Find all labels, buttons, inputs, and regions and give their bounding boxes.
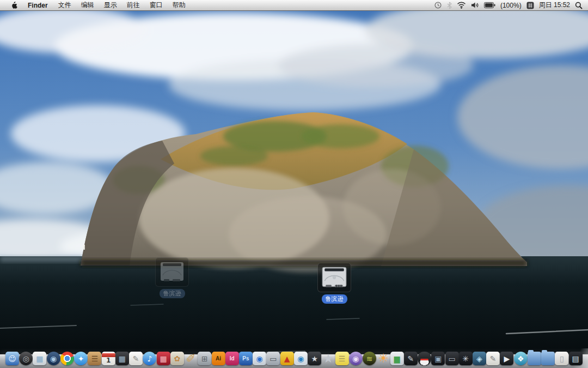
bluetooth-icon[interactable] bbox=[447, 2, 452, 9]
display-photo-app-dock-icon[interactable]: ▭ bbox=[266, 352, 280, 365]
menubar-menu-3[interactable]: 前往 bbox=[122, 1, 145, 10]
gray-utility-app-dock-icon[interactable]: ⊞ bbox=[198, 352, 211, 365]
contacts-app-dock-icon[interactable]: ☰ bbox=[88, 352, 101, 365]
hard-drive-icon bbox=[160, 261, 185, 283]
applications-folder-dock-icon[interactable] bbox=[528, 352, 541, 365]
dark-pen-app-dock-icon[interactable]: ✎ bbox=[404, 352, 418, 365]
striped-sphere-app-dock-icon[interactable]: ≋ bbox=[363, 352, 376, 365]
asterisk-app-dock-icon[interactable]: ✳ bbox=[459, 352, 473, 365]
active-app-name[interactable]: Finder bbox=[22, 2, 53, 9]
camera-lens-app-dock-icon[interactable]: ◎ bbox=[19, 352, 33, 365]
apple-icon bbox=[10, 2, 17, 9]
calendar-app-dock-icon[interactable]: 1 bbox=[102, 352, 115, 365]
yellow-red-app-dock-icon[interactable]: ▲ bbox=[280, 352, 294, 365]
imovie-app-dock-icon[interactable]: ★ bbox=[308, 352, 321, 365]
dock-items: ☺◎▦◉✦☰1▦✎♪▦✿✐⊞AiIdPs◉▭▲◉★★☰◉≋☀▆✎▣▭✳◈✎▶❖▯… bbox=[5, 352, 583, 365]
apple-menu[interactable] bbox=[5, 2, 22, 9]
dark-display-app-dock-icon[interactable]: ▭ bbox=[445, 352, 459, 365]
finder-dock-icon[interactable]: ☺ bbox=[5, 352, 19, 365]
stickies-app-dock-icon[interactable]: ☰ bbox=[335, 352, 349, 365]
menubar-menu-1[interactable]: 编辑 bbox=[76, 1, 99, 10]
menu-bar: Finder 文件编辑显示前往窗口帮助 (100%) 周日 15:52 bbox=[0, 0, 588, 11]
chart-app-dock-icon[interactable]: ▆ bbox=[390, 352, 404, 365]
spotlight-icon[interactable] bbox=[575, 2, 583, 9]
lamp-app-dock-icon[interactable]: ☀ bbox=[376, 352, 390, 365]
battery-percentage[interactable]: (100%) bbox=[500, 2, 522, 9]
video-player-app-dock-icon[interactable]: ▶ bbox=[500, 352, 513, 365]
menubar-menu-5[interactable]: 帮助 bbox=[168, 1, 191, 10]
input-method-icon[interactable] bbox=[526, 2, 534, 9]
ghost-volume-label: 鲁滨逊 bbox=[160, 289, 185, 298]
photoshop-app-dock-icon[interactable]: Ps bbox=[239, 352, 253, 365]
facetime-app-dock-icon[interactable]: ✦ bbox=[74, 352, 88, 365]
red-media-app-dock-icon[interactable]: ▦ bbox=[157, 352, 170, 365]
illustrator-app-dock-icon[interactable]: Ai bbox=[212, 352, 225, 365]
battery-icon[interactable] bbox=[484, 2, 495, 8]
time-machine-icon[interactable] bbox=[434, 1, 442, 9]
star-app-dock-icon[interactable]: ★ bbox=[321, 352, 335, 365]
volume-icon-robinson[interactable]: 鲁滨逊 bbox=[316, 263, 353, 304]
preview-app-dock-icon[interactable]: ▦ bbox=[33, 352, 46, 365]
compass-box-app-dock-icon[interactable]: ◉ bbox=[253, 352, 266, 365]
menubar-menu-4[interactable]: 窗口 bbox=[145, 1, 168, 10]
documents-folder-dock-icon[interactable] bbox=[541, 352, 555, 365]
wifi-icon[interactable] bbox=[457, 2, 466, 9]
chrome-app-dock-icon[interactable] bbox=[60, 352, 74, 365]
dark-photo-app-dock-icon[interactable]: ▣ bbox=[431, 352, 445, 365]
blue-creature-app-dock-icon[interactable]: ❖ bbox=[514, 352, 528, 365]
qq-app-dock-icon[interactable] bbox=[418, 352, 431, 365]
terminal-display-app-dock-icon[interactable]: ▤ bbox=[569, 352, 583, 365]
desktop-wallpaper bbox=[0, 0, 588, 368]
icon-selection-box bbox=[317, 263, 351, 292]
ghost-selection-box bbox=[155, 257, 189, 287]
volume-icon-drag-ghost[interactable]: 鲁滨逊 bbox=[154, 257, 191, 298]
menubar-menu-2[interactable]: 显示 bbox=[99, 1, 122, 10]
dvd-player-app-dock-icon[interactable]: ◉ bbox=[349, 352, 363, 365]
teal-box-app-dock-icon[interactable]: ◈ bbox=[473, 352, 486, 365]
menubar-menu-0[interactable]: 文件 bbox=[53, 1, 76, 10]
menubar-clock[interactable]: 周日 15:52 bbox=[539, 1, 570, 10]
indesign-app-dock-icon[interactable]: Id bbox=[225, 352, 239, 365]
white-document-app-dock-icon[interactable]: ✎ bbox=[486, 352, 500, 365]
itunes-app-dock-icon[interactable]: ♪ bbox=[143, 352, 156, 365]
white-device-app-dock-icon[interactable]: ▯ bbox=[555, 352, 568, 365]
brush-app-dock-icon[interactable]: ✐ bbox=[184, 352, 198, 365]
hard-drive-icon bbox=[321, 266, 347, 289]
volume-icon[interactable] bbox=[471, 2, 479, 9]
textedit-app-dock-icon[interactable]: ✎ bbox=[129, 352, 143, 365]
dock: ☺◎▦◉✦☰1▦✎♪▦✿✐⊞AiIdPs◉▭▲◉★★☰◉≋☀▆✎▣▭✳◈✎▶❖▯… bbox=[0, 348, 588, 368]
photo-stack-app-dock-icon[interactable]: ▦ bbox=[115, 352, 129, 365]
blue-globe-app-dock-icon[interactable]: ◉ bbox=[47, 352, 60, 365]
eye-app-dock-icon[interactable]: ◉ bbox=[294, 352, 308, 365]
menubar-menus: 文件编辑显示前往窗口帮助 bbox=[53, 1, 191, 10]
volume-label: 鲁滨逊 bbox=[322, 294, 347, 304]
iphoto-app-dock-icon[interactable]: ✿ bbox=[170, 352, 184, 365]
